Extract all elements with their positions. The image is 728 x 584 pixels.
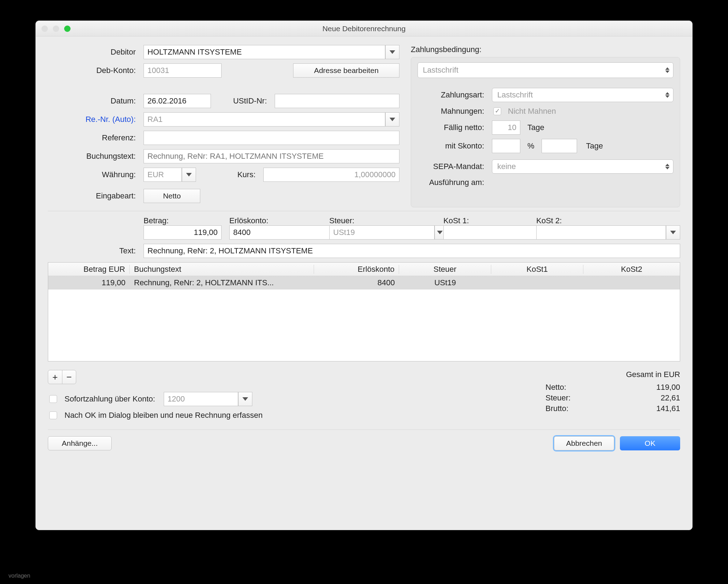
skonto-pct-input[interactable] [492, 139, 520, 153]
referenz-input[interactable] [144, 131, 399, 145]
skonto-label: mit Skonto: [418, 141, 488, 151]
add-line-button[interactable]: + [48, 370, 62, 384]
buchungstext-input[interactable] [144, 149, 399, 163]
buchungstext-label: Buchungstext: [48, 152, 140, 161]
zahlungsart-select[interactable]: Lastschrift [492, 88, 673, 102]
stayindialog-label: Nach OK im Dialog bleiben und neue Rechn… [65, 411, 263, 420]
arrow-up-icon [665, 92, 670, 95]
dialog-window: Neue Debitorenrechnung Debitor Deb-Konto… [35, 21, 693, 530]
chevron-down-icon [242, 397, 248, 401]
ausfuehrung-label: Ausführung am: [418, 178, 488, 187]
col-buchungstext[interactable]: Buchungstext [130, 265, 314, 274]
mahnungen-label: Mahnungen: [418, 107, 488, 116]
kost2-input[interactable] [536, 225, 666, 240]
nicht-mahnen-label: Nicht Mahnen [508, 107, 556, 116]
dialog-footer: Anhänge... Abbrechen OK [48, 429, 680, 457]
arrow-down-icon [665, 71, 670, 73]
sofortzahlung-checkbox[interactable] [49, 395, 57, 403]
erloeskonto-input[interactable] [229, 225, 335, 240]
faellignetto-label: Fällig netto: [418, 123, 488, 132]
payment-method-select[interactable]: Lastschrift [418, 62, 673, 78]
steuer-input[interactable] [329, 225, 435, 240]
col-kost2[interactable]: KoSt2 [583, 265, 680, 274]
remove-line-button[interactable]: − [62, 370, 76, 384]
table-row[interactable]: 119,00 Rechnung, ReNr: 2, HOLTZMANN ITS.… [48, 276, 680, 290]
traffic-lights [41, 21, 71, 36]
datum-input[interactable] [144, 94, 211, 108]
steuer-label: Steuer: [329, 216, 436, 225]
sepa-label: SEPA-Mandat: [418, 162, 488, 171]
sofortzahlung-konto-input [164, 392, 238, 406]
zahlungsbedingung-label: Zahlungsbedingung: [411, 45, 481, 54]
col-kost1[interactable]: KoSt1 [491, 265, 583, 274]
arrow-up-icon [665, 67, 670, 70]
steuer-total-value: 22,61 [661, 393, 680, 403]
text-label: Text: [48, 246, 140, 256]
renr-label[interactable]: Re.-Nr. (Auto): [48, 115, 140, 124]
debitor-label: Debitor [48, 47, 140, 57]
col-steuer[interactable]: Steuer [399, 265, 491, 274]
cell-text: Rechnung, ReNr: 2, HOLTZMANN ITS... [130, 278, 314, 287]
netto-toggle-button[interactable]: Netto [144, 189, 200, 203]
kost2-dropdown-button[interactable] [666, 225, 680, 240]
debitor-input[interactable] [144, 45, 385, 59]
kost1-label: KoSt 1: [443, 216, 528, 225]
debkonto-label: Deb-Konto: [48, 66, 140, 75]
zahlungsart-label: Zahlungsart: [418, 90, 488, 100]
line-items-table: Betrag EUR Buchungstext Erlöskonto Steue… [48, 262, 680, 361]
gesamt-label: Gesamt in EUR [545, 370, 680, 379]
sepa-select[interactable]: keine [492, 159, 673, 174]
window-minimize-button[interactable] [53, 26, 59, 32]
brutto-total-label: Brutto: [545, 404, 569, 413]
ustidnr-input[interactable] [275, 94, 399, 108]
ok-button[interactable]: OK [620, 436, 680, 450]
renr-dropdown-button[interactable] [385, 112, 399, 127]
chevron-down-icon [390, 118, 395, 121]
col-betrag[interactable]: Betrag EUR [48, 265, 130, 274]
arrow-down-icon [665, 167, 670, 169]
kurs-input [263, 168, 399, 182]
skonto-tage-input[interactable] [542, 139, 577, 153]
ustidnr-label: UStID-Nr: [214, 96, 271, 106]
steuer-total-label: Steuer: [545, 393, 571, 403]
chevron-down-icon [670, 231, 676, 234]
add-remove-buttons: + − [48, 370, 76, 384]
window-zoom-button[interactable] [64, 26, 71, 32]
waehrung-input [144, 168, 182, 182]
netto-total-value: 119,00 [656, 383, 680, 392]
chevron-down-icon [186, 173, 192, 176]
renr-input [144, 112, 385, 127]
totals-panel: Gesamt in EUR Netto:119,00 Steuer:22,61 … [545, 370, 680, 425]
chevron-down-icon [390, 50, 395, 54]
payment-panel: Lastschrift Zahlungsart: Lastschrift Mah… [411, 57, 680, 207]
sofortzahlung-label: Sofortzahlung über Konto: [65, 394, 155, 404]
stayindialog-checkbox[interactable] [49, 411, 57, 419]
window-titlebar: Neue Debitorenrechnung [36, 21, 692, 36]
text-input[interactable] [144, 244, 680, 258]
window-title: Neue Debitorenrechnung [323, 24, 406, 33]
waehrung-label: Währung: [48, 170, 140, 179]
col-erloeskonto[interactable]: Erlöskonto [314, 265, 399, 274]
anhaenge-button[interactable]: Anhänge... [48, 436, 112, 450]
arrow-up-icon [665, 164, 670, 166]
debitor-dropdown-button[interactable] [385, 45, 399, 59]
waehrung-dropdown-button[interactable] [182, 168, 196, 182]
nicht-mahnen-checkbox [493, 107, 501, 115]
kost1-input[interactable] [443, 225, 549, 240]
sofortzahlung-konto-dropdown-button[interactable] [238, 392, 252, 406]
betrag-input[interactable] [144, 225, 222, 240]
cancel-button[interactable]: Abbrechen [554, 436, 614, 450]
betrag-label: Betrag: [144, 216, 222, 225]
cell-konto: 8400 [314, 278, 399, 287]
erloeskonto-label: Erlöskonto: [229, 216, 321, 225]
chevron-down-icon [437, 231, 443, 234]
window-close-button[interactable] [41, 26, 48, 32]
zahlungsart-value: Lastschrift [497, 90, 533, 100]
percent-label: % [527, 141, 534, 151]
cell-steuer: USt19 [399, 278, 491, 287]
adresse-bearbeiten-button[interactable]: Adresse bearbeiten [293, 63, 399, 78]
payment-condition-value: Lastschrift [423, 66, 458, 75]
watermark-text: vorlagen [9, 573, 30, 579]
separator [48, 211, 680, 211]
faellignetto-input [492, 120, 520, 135]
